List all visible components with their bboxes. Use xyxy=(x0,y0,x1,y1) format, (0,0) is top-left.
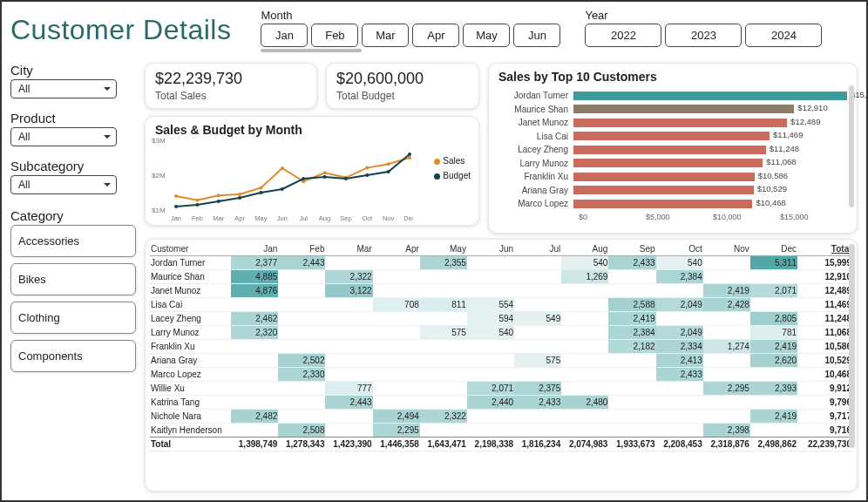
matrix-cell: 5,311 xyxy=(750,256,797,270)
category-btn-components[interactable]: Components xyxy=(10,340,136,372)
matrix-cell xyxy=(514,256,561,270)
matrix-cell xyxy=(467,270,514,284)
svg-point-25 xyxy=(387,170,390,173)
category-btn-clothing[interactable]: Clothing xyxy=(10,302,136,334)
matrix-cell xyxy=(467,340,514,354)
matrix-header[interactable]: Aug xyxy=(561,242,608,256)
matrix-header[interactable]: Jan xyxy=(231,242,278,256)
matrix-cell xyxy=(467,256,514,270)
matrix-row-total: 12,489 xyxy=(797,284,852,298)
top-customer-row: Franklin Xu$10,586 xyxy=(498,170,847,184)
month-btn-apr[interactable]: Apr xyxy=(412,24,459,47)
matrix-cell xyxy=(608,270,655,284)
category-btn-accessories[interactable]: Accessories xyxy=(10,225,136,257)
top-customer-row: Marco Lopez$10,468 xyxy=(498,197,847,211)
svg-text:$2M: $2M xyxy=(152,172,166,180)
matrix-cell xyxy=(656,312,703,326)
matrix-customer: Maurice Shan xyxy=(150,270,231,284)
filter-city-dropdown[interactable]: All xyxy=(10,79,117,98)
matrix-cell xyxy=(703,354,750,368)
year-btn-2024[interactable]: 2024 xyxy=(745,24,822,47)
svg-text:Jan: Jan xyxy=(171,214,181,222)
matrix-cell: 540 xyxy=(467,326,514,340)
matrix-cell xyxy=(420,368,467,382)
top-customer-name: Janet Munoz xyxy=(498,118,573,127)
matrix-header[interactable]: Nov xyxy=(703,242,750,256)
matrix-cell xyxy=(467,354,514,368)
matrix-cell xyxy=(608,396,655,410)
kpi-total-budget-label: Total Budget xyxy=(336,90,469,102)
matrix-cell: 2,398 xyxy=(703,424,750,438)
matrix-header[interactable]: May xyxy=(420,242,467,256)
matrix-cell: 2,440 xyxy=(467,396,514,410)
month-btn-jan[interactable]: Jan xyxy=(261,24,308,47)
matrix-row-total: 11,248 xyxy=(797,312,852,326)
matrix-cell xyxy=(703,410,750,424)
matrix-header[interactable]: Customer xyxy=(150,242,231,256)
matrix-customer: Katrina Tang xyxy=(150,396,231,410)
svg-text:Feb: Feb xyxy=(192,214,203,222)
matrix-header[interactable]: Apr xyxy=(373,242,420,256)
matrix-cell xyxy=(703,326,750,340)
matrix-cell xyxy=(231,298,278,312)
svg-point-18 xyxy=(238,196,241,200)
matrix-header[interactable]: Jun xyxy=(467,242,514,256)
top-customer-name: Franklin Xu xyxy=(498,172,573,181)
matrix-row-total: 12,910 xyxy=(797,270,852,284)
top-customers-title: Sales by Top 10 Customers xyxy=(498,70,847,84)
matrix-cell: 2,482 xyxy=(231,410,278,424)
matrix-cell xyxy=(656,382,703,396)
svg-point-7 xyxy=(259,186,262,189)
svg-point-3 xyxy=(174,194,178,198)
svg-point-5 xyxy=(217,193,220,197)
matrix-cell: 708 xyxy=(373,298,420,312)
top-customer-name: Maurice Shan xyxy=(498,105,573,114)
matrix-header[interactable]: Dec xyxy=(750,242,797,256)
month-btn-may[interactable]: May xyxy=(463,24,510,47)
matrix-cell xyxy=(231,340,278,354)
matrix-customer: Lacey Zheng xyxy=(150,312,231,326)
top-customer-row: Lacey Zheng$11,248 xyxy=(498,143,847,157)
matrix-cell xyxy=(561,340,608,354)
matrix-cell: 2,413 xyxy=(656,354,703,368)
month-scrollbar[interactable] xyxy=(261,49,362,52)
matrix-scrollbar[interactable] xyxy=(849,244,855,448)
year-btn-2023[interactable]: 2023 xyxy=(665,24,742,47)
matrix-row-total: 9,716 xyxy=(797,424,852,438)
table-row: Jordan Turner2,3772,4432,3555402,4335405… xyxy=(150,256,852,270)
matrix-cell: 2,393 xyxy=(750,382,797,396)
matrix-cell xyxy=(656,424,703,438)
matrix-header[interactable]: Sep xyxy=(608,242,655,256)
line-chart-title: Sales & Budget by Month xyxy=(155,123,469,137)
top-customer-name: Jordan Turner xyxy=(498,91,573,100)
svg-text:$3M: $3M xyxy=(152,137,166,145)
matrix-cell: 2,433 xyxy=(656,368,703,382)
matrix-cell xyxy=(325,368,372,382)
matrix-cell: 575 xyxy=(514,354,561,368)
filter-category-label: Category xyxy=(10,208,136,223)
matrix-cell xyxy=(373,354,420,368)
matrix-cell: 2,384 xyxy=(608,326,655,340)
matrix-cell xyxy=(514,424,561,438)
matrix-header[interactable]: Jul xyxy=(514,242,561,256)
category-btn-bikes[interactable]: Bikes xyxy=(10,263,136,295)
table-row: Larry Munoz2,3205755402,3842,04978111,06… xyxy=(150,326,852,340)
matrix-cell xyxy=(561,298,608,312)
matrix-cell xyxy=(703,396,750,410)
month-btn-feb[interactable]: Feb xyxy=(311,24,358,47)
matrix-cell xyxy=(514,284,561,298)
matrix-header[interactable]: Oct xyxy=(656,242,703,256)
year-btn-2022[interactable]: 2022 xyxy=(585,24,661,47)
filter-product-dropdown[interactable]: All xyxy=(10,127,117,146)
filter-subcategory-dropdown[interactable]: All xyxy=(10,175,117,194)
matrix-header[interactable]: Total xyxy=(797,242,852,256)
month-btn-mar[interactable]: Mar xyxy=(362,24,409,47)
matrix-customer: Larry Munoz xyxy=(150,326,231,340)
top-customer-name: Marco Lopez xyxy=(498,199,573,208)
matrix-cell: 811 xyxy=(420,298,467,312)
svg-point-8 xyxy=(281,166,284,170)
month-btn-jun[interactable]: Jun xyxy=(513,24,560,47)
matrix-header[interactable]: Mar xyxy=(325,242,372,256)
matrix-header[interactable]: Feb xyxy=(278,242,325,256)
top-customers-scrollbar[interactable] xyxy=(849,85,854,207)
